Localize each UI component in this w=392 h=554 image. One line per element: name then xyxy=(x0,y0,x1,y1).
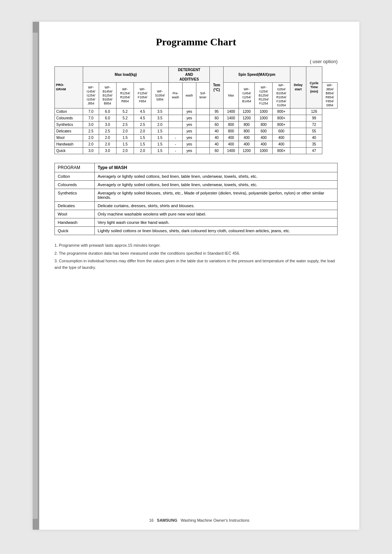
col-spin-header: Spin Speed(MAX)rpm xyxy=(224,67,290,83)
prog-table-row: Coloureds7.06.05.24.53.5yes6014001200100… xyxy=(55,115,338,122)
col-maxload-header: Max load(kg) xyxy=(83,67,169,83)
col-delay-header: Delaystart xyxy=(290,67,306,108)
col-sp2-subheader: WF-I1254/B1254/R1254/F1254 xyxy=(255,83,273,108)
col-c2-subheader: WF-B1454/B1254/B1054/B854 xyxy=(99,83,116,108)
prog-table-row: Handwash2.02.01.51.51.5-yes4040040040040… xyxy=(55,141,338,148)
col-sof-subheader: Sof-tener xyxy=(196,83,209,108)
wash-table-row: QuickLightly soiled cottons or linen blo… xyxy=(55,227,338,235)
wash-type-col-header: Type of WASH xyxy=(95,163,338,172)
col-detergent-header: DETERGENTANDADDITIVES xyxy=(168,67,209,83)
wash-table-row: CottonAveragely or lightly soiled cotton… xyxy=(55,172,338,181)
wash-table-row: WoolOnly machine washable woolens with p… xyxy=(55,210,338,218)
wash-table-row: ColouredsAveragely or lightly soiled cot… xyxy=(55,181,338,189)
programme-chart-table: PRO-GRAM Max load(kg) DETERGENTANDADDITI… xyxy=(54,66,338,154)
col-c1-subheader: WF-I1454/I1254/I1054/J854 xyxy=(83,83,99,108)
col-sp3-subheader: WF-I1054/B1054/R1054/F1054/S1054 xyxy=(273,83,290,108)
wash-table-row: HandwashVery light wash course like hand… xyxy=(55,218,338,227)
user-option-label: ( user option) xyxy=(54,59,338,64)
prog-table-row: Wool2.02.01.51.51.5-yes4040040040040040 xyxy=(55,135,338,141)
col-temp-header: Tem(°C) xyxy=(210,67,224,108)
prog-table-row: Delicates2.52.52.02.01.5yes4080080060060… xyxy=(55,128,338,135)
col-prewash-subheader: Pre-wash xyxy=(168,83,182,108)
page-title: Programme Chart xyxy=(54,36,338,48)
footer-page-number: 16 xyxy=(149,518,154,522)
wash-table-row: DelicatesDelicate curtains, dresses, ski… xyxy=(55,202,338,210)
footer-brand: SAMSUNG xyxy=(157,518,177,522)
col-cycle-header: CycleTime(min) xyxy=(306,67,322,108)
footnotes: 1. Programme with prewash lasts approx.1… xyxy=(54,242,338,271)
col-program-header: PRO-GRAM xyxy=(55,67,83,108)
page-footer: 16 SAMSUNG Washing Machine Owner's Instr… xyxy=(39,518,359,522)
wash-table-row: SyntheticsAveragely or lightly soiled bl… xyxy=(55,189,338,202)
wash-program-col-header: PROGRAM xyxy=(55,163,95,172)
prog-table-row: Cotton7.06.05.24.53.5yes9514001200100080… xyxy=(55,108,338,115)
wash-type-table: PROGRAM Type of WASH CottonAveragely or … xyxy=(54,163,338,235)
col-c4-subheader: WF-F1254/F1054/F854 xyxy=(134,83,151,108)
col-c3-subheader: WF-R1254/R1054/R854 xyxy=(116,83,134,108)
col-tempmax-subheader: Max xyxy=(224,83,238,108)
col-wash-subheader: wash xyxy=(182,83,196,108)
prog-table-row: Quick3.03.02.02.01.5-yes6014001200100080… xyxy=(55,148,338,154)
prog-table-row: Synthetics3.03.02.52.52.0yes608008008008… xyxy=(55,122,338,128)
col-sp1-subheader: WF-I1454/I1254/B1454 xyxy=(238,83,255,108)
col-c5-subheader: WF-S1054/S854 xyxy=(151,83,168,108)
col-sp4-subheader: WF-J854/B854/R854/F854/S854 xyxy=(322,83,337,108)
footer-text: Washing Machine Owner's Instructions xyxy=(181,518,249,522)
